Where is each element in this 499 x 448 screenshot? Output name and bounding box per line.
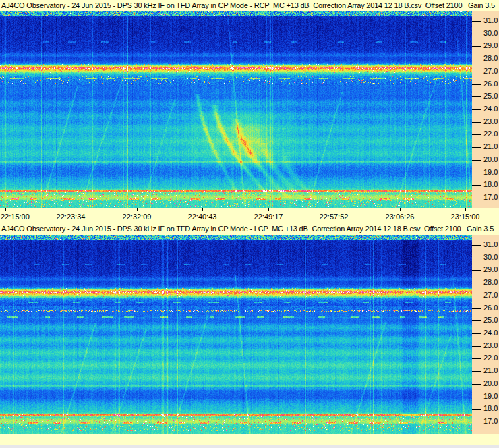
freq-tick-mark [472, 296, 481, 296]
freq-tick-mark [472, 84, 481, 85]
freq-tick-mark [472, 122, 481, 123]
freq-tick-mark [472, 198, 481, 198]
freq-tick-mark [472, 59, 481, 59]
time-tick-label: 22:57:52 [320, 213, 349, 221]
spectrograph-window: AJ4CO Observatory - 24 Jun 2015 - DPS 30… [0, 0, 499, 448]
freq-tick-label: 17.0 [483, 418, 498, 425]
freq-tick-label: 24.0 [483, 329, 498, 337]
freq-tick-mark [472, 371, 481, 372]
panel1-title: AJ4CO Observatory - 24 Jun 2015 - DPS 30… [0, 0, 499, 11]
panel1-spectrogram-area: 31.030.029.028.027.026.025.024.023.022.0… [0, 11, 499, 208]
freq-tick-label: 31.0 [483, 241, 498, 248]
freq-tick-mark [472, 147, 481, 148]
freq-tick-mark [472, 422, 481, 422]
freq-tick-label: 20.0 [483, 380, 498, 387]
freq-tick-mark [472, 245, 481, 246]
freq-tick-mark [472, 160, 481, 161]
freq-tick-label: 17.0 [483, 194, 498, 201]
freq-tick-mark [472, 320, 481, 321]
time-tick-mark [71, 208, 71, 211]
time-axis: 22:15:0022:23:3422:32:0922:40:4322:49:17… [0, 208, 499, 223]
freq-tick-label: 31.0 [483, 17, 498, 24]
freq-tick-mark [472, 397, 481, 397]
time-tick-mark [465, 208, 466, 211]
freq-tick-mark [472, 21, 481, 22]
freq-tick-label: 27.0 [483, 67, 498, 75]
time-tick-mark [202, 208, 203, 211]
freq-tick-label: 26.0 [483, 80, 498, 88]
time-tick-mark [334, 208, 334, 211]
time-tick-mark [400, 208, 401, 211]
time-tick-label: 22:32:09 [123, 213, 152, 221]
freq-tick-label: 30.0 [483, 30, 498, 37]
freq-tick-mark [472, 384, 481, 385]
freq-tick-mark [472, 46, 481, 47]
freq-tick-mark [472, 134, 481, 135]
time-tick-label: 22:49:17 [254, 213, 283, 221]
time-tick-label: 23:15:00 [451, 213, 480, 221]
freq-axis-rcp: 31.030.029.028.027.026.025.024.023.022.0… [472, 11, 499, 208]
time-tick-mark [268, 208, 269, 211]
time-tick-label: 22:40:43 [188, 213, 217, 221]
time-tick-mark [137, 208, 138, 211]
freq-tick-mark [472, 72, 481, 72]
freq-tick-label: 23.0 [483, 118, 498, 125]
freq-tick-mark [472, 358, 481, 359]
freq-tick-label: 28.0 [483, 279, 498, 286]
time-tick-label: 22:15:00 [1, 213, 30, 221]
spectrogram-rcp-image [0, 11, 472, 208]
freq-tick-mark [472, 34, 481, 34]
freq-tick-label: 19.0 [483, 393, 498, 400]
freq-tick-label: 29.0 [483, 266, 498, 273]
time-tick-label: 23:06:26 [386, 213, 415, 221]
freq-tick-label: 22.0 [483, 130, 498, 138]
freq-tick-label: 21.0 [483, 143, 498, 150]
freq-tick-label: 24.0 [483, 105, 498, 113]
window-edge [0, 445, 499, 448]
freq-tick-label: 20.0 [483, 156, 498, 163]
freq-tick-mark [472, 346, 481, 347]
freq-tick-label: 30.0 [483, 254, 498, 261]
freq-tick-mark [472, 258, 481, 258]
freq-tick-label: 27.0 [483, 291, 498, 299]
freq-tick-label: 26.0 [483, 304, 498, 312]
panel2-spectrogram-area: 31.030.029.028.027.026.025.024.023.022.0… [0, 235, 499, 434]
freq-tick-mark [472, 185, 481, 186]
bottom-margin [0, 434, 499, 445]
time-tick-label: 22:23:34 [57, 213, 86, 221]
freq-tick-mark [472, 409, 481, 410]
freq-tick-label: 23.0 [483, 342, 498, 349]
freq-tick-label: 19.0 [483, 169, 498, 176]
freq-tick-label: 25.0 [483, 316, 498, 324]
freq-tick-mark [472, 173, 481, 173]
freq-tick-mark [472, 333, 481, 334]
freq-tick-mark [472, 109, 481, 110]
spectrogram-lcp-image [0, 235, 472, 434]
freq-axis-lcp: 31.030.029.028.027.026.025.024.023.022.0… [472, 235, 499, 434]
freq-tick-label: 28.0 [483, 55, 498, 62]
freq-tick-mark [472, 283, 481, 283]
time-tick-mark [5, 208, 6, 211]
freq-tick-label: 21.0 [483, 367, 498, 374]
freq-tick-label: 18.0 [483, 405, 498, 412]
freq-tick-label: 29.0 [483, 42, 498, 49]
freq-tick-mark [472, 96, 481, 97]
freq-tick-mark [472, 270, 481, 271]
panel2-title: AJ4CO Observatory - 24 Jun 2015 - DPS 30… [0, 223, 499, 235]
freq-tick-label: 18.0 [483, 181, 498, 188]
freq-tick-label: 22.0 [483, 354, 498, 362]
freq-tick-label: 25.0 [483, 92, 498, 100]
freq-tick-mark [472, 308, 481, 309]
